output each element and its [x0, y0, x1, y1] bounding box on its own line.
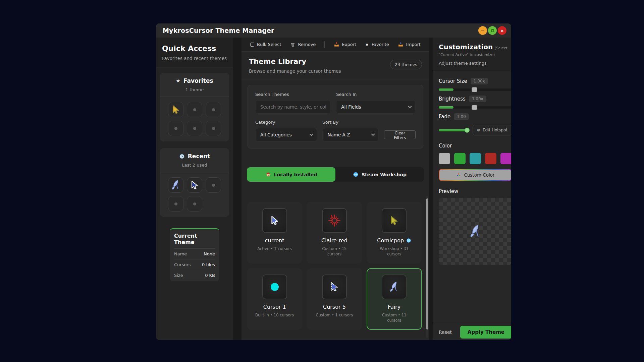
- navy-cursor-icon: [189, 180, 200, 190]
- window-title: MykrosCursor Theme Manager: [163, 27, 274, 34]
- edit-hotspot-button[interactable]: ⊕ Edit Hotspot: [473, 125, 511, 135]
- clock-icon: [179, 154, 185, 159]
- theme-grid-viewport: current Active • 1 cursors Claire-red Cu…: [241, 194, 429, 340]
- minimize-button[interactable]: −: [478, 26, 487, 35]
- color-section-label: Color: [439, 143, 511, 149]
- theme-card-comicpop[interactable]: Comicpop Workshop • 31 cursors: [367, 202, 422, 263]
- favorite-slot-empty[interactable]: [206, 102, 221, 117]
- maximize-button[interactable]: [488, 26, 497, 35]
- favorite-slot-empty[interactable]: [168, 121, 183, 136]
- theme-card-cursor-5[interactable]: Cursor 5 Custom • 1 cursors: [307, 268, 362, 330]
- favorite-slot-empty[interactable]: [187, 121, 202, 136]
- import-button[interactable]: Import: [398, 42, 421, 47]
- chevron-down-icon: [408, 104, 412, 108]
- source-tabs: Locally Installed Steam Workshop: [247, 167, 424, 182]
- theme-card-cursor-1[interactable]: Cursor 1 Built-in • 10 cursors: [247, 268, 302, 330]
- star-icon: ★: [176, 78, 180, 84]
- cursor-size-slider[interactable]: [439, 88, 511, 91]
- customization-header: Customization (Select "Current Active" t…: [433, 38, 511, 71]
- cursor-size-value: 1.00x: [471, 78, 488, 84]
- close-icon: ×: [500, 28, 504, 33]
- theme-card-claire-red[interactable]: Claire-red Custom • 15 cursors: [307, 202, 362, 263]
- chevron-down-icon: [310, 132, 313, 136]
- fade-value: 1.00: [454, 113, 469, 120]
- close-button[interactable]: ×: [498, 26, 506, 35]
- recent-slot-navy-cursor[interactable]: [187, 177, 202, 193]
- favorites-grid: [160, 97, 229, 141]
- remove-button[interactable]: Remove: [290, 42, 316, 47]
- theme-card-current[interactable]: current Active • 1 cursors: [247, 202, 302, 263]
- sidebar-body: ★ Favorites 1 theme: [156, 67, 233, 287]
- clear-filters-button[interactable]: Clear Filters: [384, 130, 416, 139]
- preview-label: Preview: [439, 188, 511, 194]
- swatch-magenta[interactable]: [500, 153, 511, 164]
- import-tray-icon: [398, 42, 404, 47]
- swatch-gray[interactable]: [439, 153, 450, 164]
- fade-slider[interactable]: [439, 129, 468, 131]
- reset-button[interactable]: Reset: [439, 329, 452, 335]
- category-label: Category: [255, 120, 317, 125]
- color-swatches: [439, 153, 511, 164]
- export-tray-icon: [334, 42, 339, 47]
- feather-cursor-icon: [388, 281, 400, 293]
- bulk-select-button[interactable]: Bulk Select: [250, 42, 281, 47]
- favorite-slot-empty[interactable]: [206, 121, 221, 136]
- gold-cursor-icon: [170, 104, 181, 115]
- quick-access-sidebar: Quick Access Favorites and recent themes…: [156, 38, 233, 340]
- recent-slot-empty[interactable]: [168, 196, 183, 212]
- favorite-slot-gold-cursor[interactable]: [168, 102, 183, 117]
- scrollbar-track[interactable]: [426, 196, 428, 338]
- globe-icon: [353, 172, 359, 177]
- recent-slot-empty[interactable]: [206, 177, 221, 193]
- current-theme-title: Current Theme: [174, 233, 215, 248]
- favorite-button[interactable]: ★ Favorite: [365, 42, 389, 47]
- target-icon: ⊕: [477, 128, 480, 132]
- favorites-title: Favorites: [183, 77, 213, 84]
- tab-steam-workshop[interactable]: Steam Workshop: [335, 167, 424, 182]
- trash-icon: [290, 42, 296, 47]
- recent-title: Recent: [188, 153, 210, 160]
- favorites-count: 1 theme: [160, 87, 229, 92]
- search-in-dropdown[interactable]: All Fields: [336, 100, 416, 114]
- maximize-icon: [491, 29, 494, 32]
- scrollbar-thumb[interactable]: [426, 198, 428, 329]
- recent-grid: [160, 172, 229, 217]
- globe-icon: [406, 238, 411, 243]
- empty-dot-icon: [174, 202, 177, 205]
- export-button[interactable]: Export: [334, 42, 357, 47]
- cursor-size-thumb[interactable]: [472, 87, 477, 92]
- sidebar-title: Quick Access: [162, 44, 227, 53]
- library-title: Theme Library: [249, 58, 341, 66]
- category-dropdown[interactable]: All Categories: [255, 128, 317, 141]
- sort-by-dropdown[interactable]: Name A-Z: [322, 128, 379, 141]
- recent-slot-empty[interactable]: [187, 196, 202, 212]
- empty-dot-icon: [212, 108, 215, 111]
- minimize-icon: −: [481, 28, 485, 33]
- swatch-red[interactable]: [485, 153, 496, 164]
- chevron-down-icon: [371, 132, 375, 136]
- search-input[interactable]: [255, 100, 331, 114]
- app-window: MykrosCursor Theme Manager − × Quick Acc…: [156, 23, 511, 340]
- brightness-thumb[interactable]: [472, 105, 477, 110]
- tab-locally-installed[interactable]: Locally Installed: [247, 167, 335, 182]
- sidebar-header: Quick Access Favorites and recent themes: [156, 38, 233, 67]
- empty-dot-icon: [193, 108, 196, 111]
- current-theme-card: Current Theme Name None Cursors 0 files …: [170, 228, 219, 281]
- library-toolbar: Bulk Select Remove Export ★ Favorite: [241, 38, 429, 52]
- recent-slot-fairy[interactable]: [168, 177, 183, 193]
- fade-thumb[interactable]: [465, 128, 470, 133]
- swatch-teal[interactable]: [470, 153, 481, 164]
- fade-label: Fade: [439, 114, 450, 120]
- blue-cursor-icon: [269, 215, 280, 226]
- library-subtitle: Browse and manage your cursor themes: [249, 68, 341, 74]
- house-icon: [265, 172, 271, 177]
- brightness-slider[interactable]: [439, 106, 511, 109]
- empty-dot-icon: [212, 127, 215, 130]
- library-header: Theme Library Browse and manage your cur…: [241, 52, 429, 79]
- theme-grid: current Active • 1 cursors Claire-red Cu…: [241, 194, 429, 330]
- apply-theme-button[interactable]: Apply Theme: [460, 326, 511, 339]
- favorite-slot-empty[interactable]: [187, 102, 202, 117]
- swatch-green[interactable]: [454, 153, 466, 164]
- theme-card-fairy-selected[interactable]: Fairy Custom • 11 cursors: [367, 268, 422, 330]
- custom-color-button[interactable]: Custom Color: [439, 169, 511, 181]
